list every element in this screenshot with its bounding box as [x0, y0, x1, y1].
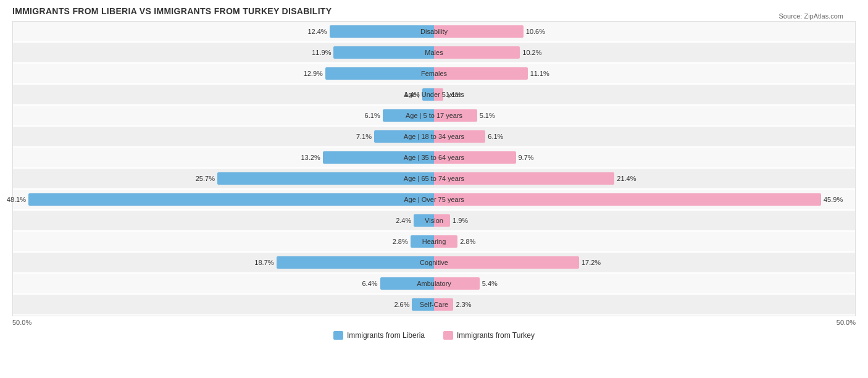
legend-box-turkey: [443, 331, 453, 340]
axis-right: 50.0%: [837, 319, 856, 326]
legend-item-turkey: Immigrants from Turkey: [443, 331, 535, 340]
right-value: 10.2%: [522, 49, 541, 56]
left-value: 6.4%: [362, 280, 378, 287]
right-bar: [434, 46, 520, 59]
left-value: 11.9%: [312, 49, 331, 56]
bar-container: 25.7% Age | 65 to 74 years 21.4%: [13, 170, 855, 187]
right-section: 45.9%: [434, 191, 855, 208]
right-value: 2.3%: [456, 301, 471, 308]
bar-label: Age | Over 75 years: [404, 196, 464, 203]
left-value: 48.1%: [7, 196, 26, 203]
left-value: 6.1%: [365, 112, 380, 119]
left-section: 48.1%: [13, 191, 434, 208]
bar-container: 7.1% Age | 18 to 34 years 6.1%: [13, 128, 855, 145]
bar-label: Males: [425, 49, 443, 56]
left-section: 6.4%: [13, 275, 434, 292]
right-value: 5.1%: [480, 112, 495, 119]
table-row: 25.7% Age | 65 to 74 years 21.4%: [13, 169, 855, 188]
right-section: 17.2%: [434, 254, 855, 271]
bar-container: 12.9% Females 11.1%: [13, 65, 855, 82]
left-section: 12.9%: [13, 65, 434, 82]
left-bar: [330, 25, 434, 38]
bar-label: Age | 35 to 64 years: [404, 154, 464, 161]
right-value: 10.6%: [526, 28, 545, 35]
right-value: 21.4%: [617, 175, 636, 182]
left-section: 18.7%: [13, 254, 434, 271]
table-row: 6.1% Age | 5 to 17 years 5.1%: [13, 106, 855, 125]
left-value: 12.4%: [307, 28, 327, 35]
right-value: 45.9%: [824, 196, 843, 203]
bar-container: 11.9% Males 10.2%: [13, 44, 855, 61]
bar-container: 12.4% Disability 10.6%: [13, 23, 855, 40]
table-row: 6.4% Ambulatory 5.4%: [13, 274, 855, 293]
legend: Immigrants from Liberia Immigrants from …: [12, 331, 856, 340]
left-section: 25.7%: [13, 170, 434, 187]
rows-wrapper: 12.4% Disability 10.6% 11.9% Males 10.2%: [12, 21, 856, 316]
table-row: 1.4% Age | Under 5 years 1.1%: [13, 85, 855, 104]
right-value: 9.7%: [519, 154, 534, 161]
bar-label: Hearing: [422, 238, 446, 245]
right-value: 1.9%: [453, 217, 468, 224]
left-section: 1.4%: [13, 86, 434, 103]
table-row: 48.1% Age | Over 75 years 45.9%: [13, 190, 855, 209]
bar-label: Age | 65 to 74 years: [404, 175, 464, 182]
right-bar: [434, 193, 821, 206]
bar-container: 6.1% Age | 5 to 17 years 5.1%: [13, 107, 855, 124]
right-section: 1.9%: [434, 212, 855, 229]
right-section: 9.7%: [434, 149, 855, 166]
bar-container: 2.4% Vision 1.9%: [13, 212, 855, 229]
left-section: 6.1%: [13, 107, 434, 124]
right-value: 17.2%: [582, 259, 601, 266]
bar-label: Age | 18 to 34 years: [404, 133, 464, 140]
left-value: 13.2%: [301, 154, 320, 161]
right-section: 10.6%: [434, 23, 855, 40]
right-value: 6.1%: [488, 133, 503, 140]
left-value: 2.6%: [394, 301, 409, 308]
table-row: 11.9% Males 10.2%: [13, 43, 855, 62]
left-value: 7.1%: [356, 133, 372, 140]
right-section: 2.3%: [434, 296, 855, 313]
legend-item-liberia: Immigrants from Liberia: [333, 331, 425, 340]
bar-label: Cognitive: [420, 259, 448, 266]
left-section: 2.4%: [13, 212, 434, 229]
left-bar: [277, 256, 434, 269]
right-section: 10.2%: [434, 44, 855, 61]
bar-container: 2.6% Self-Care 2.3%: [13, 296, 855, 313]
table-row: 12.9% Females 11.1%: [13, 64, 855, 83]
right-value: 2.8%: [460, 238, 475, 245]
right-value: 11.1%: [530, 70, 549, 77]
bar-label: Self-Care: [420, 301, 448, 308]
source-label: Source: ZipAtlas.com: [778, 12, 843, 20]
table-row: 2.4% Vision 1.9%: [13, 211, 855, 230]
left-value: 2.8%: [393, 238, 408, 245]
bar-label: Age | Under 5 years: [404, 91, 464, 98]
bar-container: 2.8% Hearing 2.8%: [13, 233, 855, 250]
legend-box-liberia: [333, 331, 343, 340]
legend-label-liberia: Immigrants from Liberia: [347, 331, 425, 340]
table-row: 2.8% Hearing 2.8%: [13, 232, 855, 251]
axis-left: 50.0%: [12, 319, 31, 326]
legend-label-turkey: Immigrants from Turkey: [457, 331, 535, 340]
right-section: 21.4%: [434, 170, 855, 187]
table-row: 7.1% Age | 18 to 34 years 6.1%: [13, 127, 855, 146]
right-value: 5.4%: [482, 280, 498, 287]
bar-label: Ambulatory: [417, 280, 451, 287]
table-row: 18.7% Cognitive 17.2%: [13, 253, 855, 272]
left-bar: [333, 46, 434, 59]
bar-container: 18.7% Cognitive 17.2%: [13, 254, 855, 271]
bar-label: Females: [421, 70, 447, 77]
left-section: 13.2%: [13, 149, 434, 166]
axis-labels: 50.0% 50.0%: [12, 319, 856, 326]
left-bar: [28, 193, 434, 206]
bar-container: 13.2% Age | 35 to 64 years 9.7%: [13, 149, 855, 166]
table-row: 2.6% Self-Care 2.3%: [13, 295, 855, 314]
chart-area: 12.4% Disability 10.6% 11.9% Males 10.2%: [12, 21, 856, 340]
bar-container: 1.4% Age | Under 5 years 1.1%: [13, 86, 855, 103]
bar-container: 6.4% Ambulatory 5.4%: [13, 275, 855, 292]
left-value: 18.7%: [254, 259, 273, 266]
right-section: 5.4%: [434, 275, 855, 292]
right-section: 5.1%: [434, 107, 855, 124]
left-bar: [325, 67, 434, 80]
table-row: 12.4% Disability 10.6%: [13, 22, 855, 41]
left-section: 7.1%: [13, 128, 434, 145]
